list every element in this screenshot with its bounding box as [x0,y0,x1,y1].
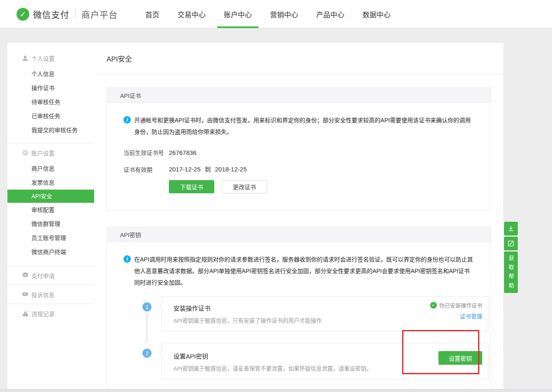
cert-installed-status: ✓ 你已安装操作证书 [430,301,482,309]
sidebar-item-wechat-group-mgmt[interactable]: 微信群管理 [7,217,94,231]
sidebar-item-pending-review-tasks[interactable]: 待审核任务 [7,95,94,109]
step-connector-line [147,313,147,343]
cert-validity-label: 证书有效期 [123,165,169,173]
floating-help-toolbar: 获取帮助 [504,222,518,293]
sidebar-group-account-settings: 账户设置 [7,147,94,158]
download-icon[interactable] [504,222,518,235]
certificate-info: i 开通帐号和更换API证书时，由微信支付签发，用来标识和界定你的身份；部分安全… [123,114,474,138]
change-certificate-button[interactable]: 更改证书 [222,180,267,193]
sidebar-group-personal-settings: 个人设置 [7,53,94,64]
info-icon: i [123,255,131,263]
api-certificate-header: API证书 [107,88,490,103]
brand-subtitle: 商户平台 [81,8,118,20]
user-icon [21,55,29,62]
sidebar: 个人设置 个人信息 操作证书 待审核任务 已审核任务 我提交的审核任务 账户设置… [7,43,94,389]
status-text: 你已安装操作证书 [439,301,482,309]
edit-icon[interactable] [504,237,518,250]
api-key-title: API密钥 [120,230,141,239]
sidebar-group-label: 账户设置 [31,149,54,157]
info-icon: i [123,116,131,124]
download-certificate-button[interactable]: 下载证书 [169,180,214,193]
sidebar-item-wechat-merchant-terminal[interactable]: 微信商户终端 [7,245,94,259]
sidebar-link-payment-application[interactable]: 支付申请 [7,266,94,285]
page-title: API安全 [107,53,132,64]
step-description: API密钥属于敏感信息，只有安装了操作证书的用户才能操作 [173,316,481,324]
cert-valid-to-text: 到 [205,165,211,173]
step-install-cert-box: 安装操作证书 API密钥属于敏感信息，只有安装了操作证书的用户才能操作 ✓ 你已… [161,297,488,331]
main-nav: 首页 交易中心 账户中心 营销中心 产品中心 数据中心 [136,0,400,28]
sidebar-link-label: 投诉信息 [31,290,54,299]
api-key-section: API密钥 i 在API调用时用来按照指定规则对你的请求参数进行签名，服务器收到… [107,227,491,389]
sidebar-item-my-submitted-tasks[interactable]: 我提交的审核任务 [7,123,94,137]
sidebar-link-complaint-info[interactable]: 投诉信息 [7,285,94,304]
current-cert-number: 26767836 [169,149,197,156]
check-icon: ✓ [430,302,437,309]
sidebar-item-review-config[interactable]: 审核配置 [7,203,94,217]
sidebar-item-merchant-info[interactable]: 商户信息 [7,162,94,176]
set-api-key-button[interactable]: 设置密钥 [438,351,482,365]
bottom-scrollbar-strip[interactable] [0,389,552,392]
main-content: API安全 API证书 i 开通帐号和更换API证书时，由微信支付签发，用来标识… [94,43,503,389]
step-description: API密钥属于敏感信息，请妥善保管不要泄露，如果怀疑信息泄露，请重设密钥。 [173,364,481,372]
sidebar-link-violation-records[interactable]: 违规记录 [7,304,94,323]
cert-valid-from: 2017-12-25 [169,166,201,173]
api-key-info-text: 在API调用时用来按照指定规则对你的请求参数进行签名，服务器收到你的请求时会进行… [134,254,474,288]
warning-icon [21,310,29,317]
api-key-steps: 1 安装操作证书 API密钥属于敏感信息，只有安装了操作证书的用户才能操作 ✓ … [123,297,474,380]
sidebar-item-operation-cert[interactable]: 操作证书 [7,81,94,95]
page-title-bar: API安全 [94,43,503,74]
certificate-info-text: 开通帐号和更换API证书时，由微信支付签发，用来标识和界定你的身份；部分安全性要… [134,114,474,138]
top-header: ✓ 微信支付 商户平台 首页 交易中心 账户中心 营销中心 产品中心 数据中心 [0,0,552,28]
sidebar-divider [7,143,94,143]
current-cert-label: 当前生效证书号 [123,148,169,157]
api-certificate-section: API证书 i 开通帐号和更换API证书时，由微信支付签发，用来标识和界定你的身… [107,88,491,210]
api-key-header: API密钥 [107,227,490,242]
get-help-button[interactable]: 获取帮助 [504,252,518,293]
step-number-badge: 2 [142,349,152,358]
brand-divider [75,10,76,19]
box-notch [159,350,163,354]
step-set-api-key: 2 设置API密钥 API密钥属于敏感信息，请妥善保管不要泄露，如果怀疑信息泄露… [161,343,474,380]
comment-icon [21,291,29,298]
step-install-cert: 1 安装操作证书 API密钥属于敏感信息，只有安装了操作证书的用户才能操作 ✓ … [161,297,474,331]
step-set-api-key-box: 设置API密钥 API密钥属于敏感信息，请妥善保管不要泄露，如果怀疑信息泄露，请… [161,343,488,380]
sidebar-item-api-security[interactable]: API安全 [7,190,94,203]
brand: ✓ 微信支付 商户平台 [17,0,118,28]
wechat-pay-logo-icon: ✓ [17,8,29,21]
nav-item-marketing-center[interactable]: 营销中心 [261,0,307,28]
sidebar-group-label: 个人设置 [31,54,54,62]
nav-item-account-center[interactable]: 账户中心 [215,0,261,28]
sidebar-item-staff-account-mgmt[interactable]: 员工账号管理 [7,231,94,245]
sidebar-item-reviewed-tasks[interactable]: 已审核任务 [7,109,94,123]
cert-valid-to: 2018-12-25 [215,166,247,173]
cert-validity-row: 证书有效期 2017-12-25 到 2018-12-25 [123,165,474,173]
api-certificate-title: API证书 [120,91,141,100]
nav-item-product-center[interactable]: 产品中心 [307,0,353,28]
api-key-info: i 在API调用时用来按照指定规则对你的请求参数进行签名，服务器收到你的请求时会… [123,254,474,288]
current-cert-row: 当前生效证书号 26767836 [123,148,474,157]
sidebar-item-personal-info[interactable]: 个人信息 [7,67,94,81]
sidebar-link-label: 支付申请 [31,271,54,280]
certificate-management-link[interactable]: 证书管理 [460,312,482,320]
gear-icon [21,149,29,157]
brand-name: 微信支付 [33,8,69,20]
nav-item-home[interactable]: 首页 [136,0,168,28]
nav-item-data-center[interactable]: 数据中心 [353,0,400,28]
sidebar-item-invoice-info[interactable]: 发票信息 [7,176,94,190]
box-notch [159,304,163,308]
step-title: 设置API密钥 [173,352,481,360]
sidebar-link-label: 违规记录 [31,309,54,318]
nav-item-transaction-center[interactable]: 交易中心 [168,0,215,28]
wechat-pay-bubble-icon [21,272,29,279]
step-number-badge: 1 [142,302,152,311]
